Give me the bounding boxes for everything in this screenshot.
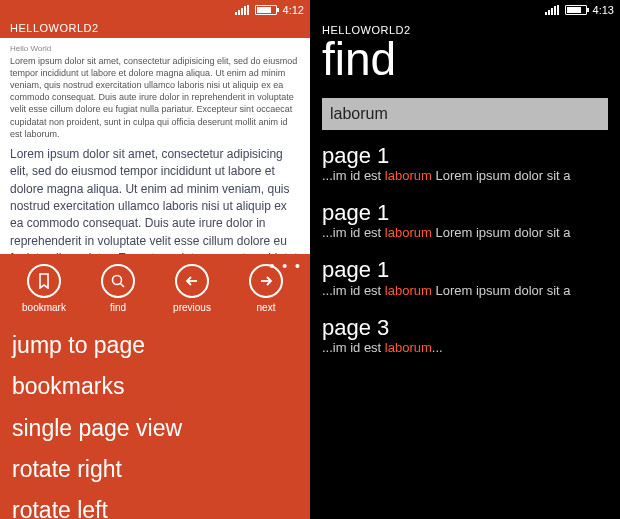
menu-single-page-view[interactable]: single page view xyxy=(12,408,298,449)
status-bar: 4:12 xyxy=(0,0,310,18)
result-page: page 1 xyxy=(322,144,608,168)
search-result[interactable]: page 3...im id est laborum... xyxy=(322,316,608,355)
search-result[interactable]: page 1...im id est laborum Lorem ipsum d… xyxy=(322,258,608,297)
find-button[interactable]: find xyxy=(90,264,146,313)
find-label: find xyxy=(110,302,126,313)
result-page: page 1 xyxy=(322,201,608,225)
reader-screen: 4:12 HELLOWORLD2 Hello World Lorem ipsum… xyxy=(0,0,310,519)
result-page: page 3 xyxy=(322,316,608,340)
previous-icon xyxy=(175,264,209,298)
next-label: next xyxy=(257,302,276,313)
menu-rotate-right[interactable]: rotate right xyxy=(12,449,298,490)
search-result[interactable]: page 1...im id est laborum Lorem ipsum d… xyxy=(322,144,608,183)
search-result[interactable]: page 1...im id est laborum Lorem ipsum d… xyxy=(322,201,608,240)
result-page: page 1 xyxy=(322,258,608,282)
bookmark-icon xyxy=(27,264,61,298)
search-results: page 1...im id est laborum Lorem ipsum d… xyxy=(310,144,620,355)
status-bar: 4:13 xyxy=(310,0,620,18)
menu-rotate-left[interactable]: rotate left xyxy=(12,490,298,519)
app-bar: • • • bookmark find xyxy=(0,254,310,519)
svg-point-0 xyxy=(113,276,122,285)
svg-line-1 xyxy=(121,284,125,288)
battery-icon xyxy=(255,5,277,15)
result-snippet: ...im id est laborum Lorem ipsum dolor s… xyxy=(322,283,608,298)
find-screen: 4:13 HELLOWORLD2 find laborum page 1...i… xyxy=(310,0,620,519)
previous-label: previous xyxy=(173,302,211,313)
result-snippet: ...im id est laborum Lorem ipsum dolor s… xyxy=(322,225,608,240)
doc-paragraph-large: Lorem ipsum dolor sit amet, consectetur … xyxy=(10,146,300,254)
status-time: 4:13 xyxy=(593,4,614,16)
more-icon[interactable]: • • • xyxy=(270,258,302,274)
doc-paragraph-small: Lorem ipsum dolor sit amet, consectetur … xyxy=(10,55,300,140)
previous-button[interactable]: previous xyxy=(164,264,220,313)
status-time: 4:12 xyxy=(283,4,304,16)
menu-bookmarks[interactable]: bookmarks xyxy=(12,366,298,407)
battery-icon xyxy=(565,5,587,15)
app-title: HELLOWORLD2 xyxy=(0,18,310,38)
bookmark-button[interactable]: bookmark xyxy=(16,264,72,313)
signal-icon xyxy=(545,5,559,15)
signal-icon xyxy=(235,5,249,15)
menu-jump-to-page[interactable]: jump to page xyxy=(12,325,298,366)
page-heading: find xyxy=(310,36,620,92)
result-snippet: ...im id est laborum... xyxy=(322,340,608,355)
result-snippet: ...im id est laborum Lorem ipsum dolor s… xyxy=(322,168,608,183)
document-viewport[interactable]: Hello World Lorem ipsum dolor sit amet, … xyxy=(0,38,310,254)
search-value: laborum xyxy=(330,105,388,123)
find-icon xyxy=(101,264,135,298)
doc-heading: Hello World xyxy=(10,44,300,55)
bookmark-label: bookmark xyxy=(22,302,66,313)
search-input[interactable]: laborum xyxy=(322,98,608,130)
overflow-menu: jump to page bookmarks single page view … xyxy=(0,319,310,519)
